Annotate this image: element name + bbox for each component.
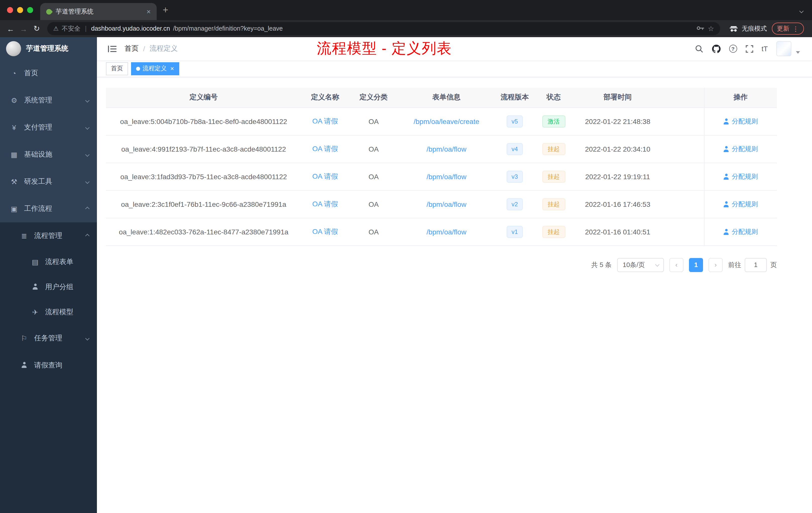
definition-table-body: oa_leave:5:004b710b-7b8a-11ec-8ef0-acde4… xyxy=(106,108,777,245)
browser-tab[interactable]: 芋道管理系统 × xyxy=(40,3,157,20)
assign-rule-label: 分配规则 xyxy=(732,200,758,209)
version-tag: v3 xyxy=(506,171,523,182)
dev-tools-icon: ⚒ xyxy=(10,178,18,186)
form-info-link[interactable]: /bpm/oa/leave/create xyxy=(413,117,479,125)
close-window-button[interactable] xyxy=(7,7,13,13)
workflow-icon: ▣ xyxy=(10,205,18,213)
address-bar[interactable]: ⚠ 不安全 | dashboard.yudao.iocoder.cn/bpm/m… xyxy=(47,22,720,35)
cell-spacer xyxy=(663,135,704,163)
column-header-name: 定义名称 xyxy=(301,88,349,108)
sidebar-item-workflow[interactable]: ▣ 工作流程 xyxy=(0,195,97,222)
assign-rule-link[interactable]: 分配规则 xyxy=(723,227,758,236)
sidebar-toggle-icon[interactable] xyxy=(104,45,120,53)
reload-button[interactable]: ↻ xyxy=(30,24,43,33)
user-avatar[interactable] xyxy=(776,41,791,56)
minimize-window-button[interactable] xyxy=(17,7,23,13)
cell-deploy-time: 2022-01-22 21:48:38 xyxy=(573,108,663,135)
new-tab-button[interactable]: + xyxy=(157,4,174,16)
column-header-status: 状态 xyxy=(535,88,573,108)
github-icon[interactable] xyxy=(712,44,720,53)
definition-name-link[interactable]: OA 请假 xyxy=(312,172,338,180)
breadcrumb-home[interactable]: 首页 xyxy=(124,44,139,53)
app-logo[interactable]: 芋道管理系统 xyxy=(0,37,97,60)
page-number-1[interactable]: 1 xyxy=(689,258,703,272)
assign-rule-link[interactable]: 分配规则 xyxy=(723,172,758,181)
cell-status: 挂起 xyxy=(535,218,573,245)
cell-form-info: /bpm/oa/flow xyxy=(398,218,495,245)
form-info-link[interactable]: /bpm/oa/flow xyxy=(427,145,466,153)
status-tag: 挂起 xyxy=(542,171,565,182)
definition-name-link[interactable]: OA 请假 xyxy=(312,200,338,208)
definition-name-link[interactable]: OA 请假 xyxy=(312,227,338,235)
sidebar-item-process-management[interactable]: ≣ 流程管理 xyxy=(0,222,97,249)
table-header-row: 定义编号 定义名称 定义分类 表单信息 流程版本 状态 部署时间 操作 xyxy=(106,88,777,108)
sidebar-item-leave-query[interactable]: 请假查询 xyxy=(0,352,97,379)
cell-definition-id: oa_leave:5:004b710b-7b8a-11ec-8ef0-acde4… xyxy=(106,108,301,135)
sidebar-item-label: 请假查询 xyxy=(34,361,89,370)
column-header-version: 流程版本 xyxy=(495,88,535,108)
cell-process-version: v2 xyxy=(495,190,535,218)
table-row: oa_leave:1:482ec033-762a-11ec-8477-a2380… xyxy=(106,218,777,245)
column-header-deploy-time: 部署时间 xyxy=(573,88,663,108)
cell-spacer xyxy=(663,218,704,245)
omnibox-separator: | xyxy=(84,25,88,32)
infrastructure-icon: ▦ xyxy=(10,151,18,159)
tag-process-definition[interactable]: 流程定义 × xyxy=(131,62,179,75)
assign-rule-link[interactable]: 分配规则 xyxy=(723,117,758,126)
password-key-icon[interactable] xyxy=(697,25,705,32)
search-icon[interactable] xyxy=(695,44,703,53)
sidebar-item-label: 任务管理 xyxy=(34,334,80,343)
sidebar-item-process-model[interactable]: ✈ 流程模型 xyxy=(0,300,97,325)
form-info-link[interactable]: /bpm/oa/flow xyxy=(427,228,466,236)
sidebar-item-home[interactable]: ◔ 首页 xyxy=(0,60,97,87)
sidebar-item-process-form[interactable]: ▤ 流程表单 xyxy=(0,249,97,275)
help-icon[interactable]: ? xyxy=(729,45,737,53)
bookmark-star-icon[interactable]: ☆ xyxy=(708,25,714,33)
security-label[interactable]: 不安全 xyxy=(62,24,81,33)
cell-status: 挂起 xyxy=(535,190,573,218)
sidebar-item-system[interactable]: ⚙ 系统管理 xyxy=(0,87,97,114)
definition-name-link[interactable]: OA 请假 xyxy=(312,144,338,152)
sidebar-item-task-management[interactable]: ⚐ 任务管理 xyxy=(0,325,97,352)
sidebar-item-dev-tools[interactable]: ⚒ 研发工具 xyxy=(0,168,97,195)
assign-rule-link[interactable]: 分配规则 xyxy=(723,200,758,209)
form-info-link[interactable]: /bpm/oa/flow xyxy=(427,200,466,208)
tag-home[interactable]: 首页 xyxy=(106,62,128,75)
person-icon xyxy=(723,229,729,235)
back-button[interactable]: ← xyxy=(4,24,17,33)
sidebar-item-user-group[interactable]: 用户分组 xyxy=(0,275,97,300)
browser-menu-kebab-icon[interactable]: ⋮ xyxy=(792,25,799,32)
assign-rule-link[interactable]: 分配规则 xyxy=(723,144,758,153)
cell-definition-name: OA 请假 xyxy=(301,218,349,245)
maximize-window-button[interactable] xyxy=(27,7,33,13)
forward-button[interactable]: → xyxy=(17,24,30,33)
page-size-select[interactable]: 10条/页 xyxy=(617,258,664,272)
cell-form-info: /bpm/oa/flow xyxy=(398,190,495,218)
form-info-link[interactable]: /bpm/oa/flow xyxy=(427,173,466,180)
next-page-button[interactable]: › xyxy=(708,258,723,272)
definition-name-link[interactable]: OA 请假 xyxy=(312,117,338,125)
cell-deploy-time: 2022-01-22 20:34:10 xyxy=(573,135,663,163)
cell-definition-id: oa_leave:2:3c1f0ef1-76b1-11ec-9c66-a2380… xyxy=(106,190,301,218)
security-warning-icon[interactable]: ⚠ xyxy=(53,25,59,32)
tab-close-icon[interactable]: × xyxy=(147,8,151,15)
fullscreen-icon[interactable] xyxy=(746,45,753,53)
avatar-dropdown-caret[interactable] xyxy=(796,51,800,54)
tag-close-icon[interactable]: × xyxy=(170,65,174,72)
sidebar-item-infrastructure[interactable]: ▦ 基础设施 xyxy=(0,141,97,168)
tab-search-chevron[interactable] xyxy=(800,5,812,14)
browser-update-button[interactable]: 更新 ⋮ xyxy=(772,23,804,35)
cell-definition-id: oa_leave:4:991f2193-7b7f-11ec-a3c8-acde4… xyxy=(106,135,301,163)
prev-page-button[interactable]: ‹ xyxy=(669,258,684,272)
favicon xyxy=(45,7,53,15)
cell-status: 激活 xyxy=(535,108,573,135)
version-tag: v2 xyxy=(506,198,523,210)
font-size-icon[interactable]: tT xyxy=(761,45,768,53)
goto-page-input[interactable] xyxy=(745,258,767,272)
sidebar-item-payment[interactable]: ¥ 支付管理 xyxy=(0,114,97,141)
cell-actions: 分配规则 xyxy=(704,108,777,135)
sidebar-item-label: 支付管理 xyxy=(24,123,80,132)
sidebar-item-label: 流程表单 xyxy=(45,258,89,267)
browser-toolbar: ← → ↻ ⚠ 不安全 | dashboard.yudao.iocoder.cn… xyxy=(0,20,812,37)
status-tag: 挂起 xyxy=(542,198,565,210)
